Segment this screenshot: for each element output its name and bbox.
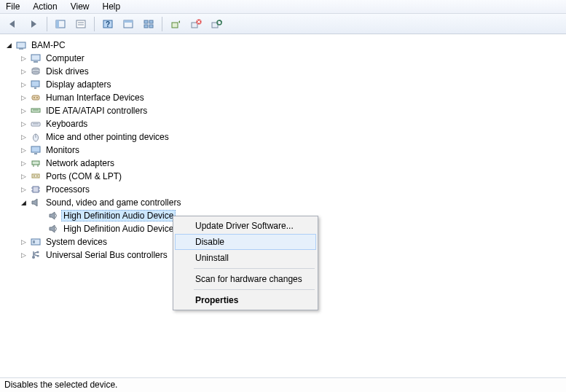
category-icon	[30, 118, 42, 130]
svg-rect-27	[31, 81, 39, 87]
context-menu-item[interactable]: Update Driver Software...	[175, 218, 316, 234]
tree-category-label: Universal Serial Bus controllers	[44, 249, 170, 261]
tree-category[interactable]: ▷ Processors	[3, 183, 563, 196]
svg-rect-38	[31, 146, 40, 152]
computer-icon	[15, 39, 27, 51]
context-menu: Update Driver Software...DisableUninstal…	[173, 216, 318, 310]
toolbar-separator	[162, 17, 162, 31]
device-tree[interactable]: ◢ BAM-PC ▷ Computer ▷ Disk drives ▷ Disp…	[0, 34, 566, 377]
svg-rect-21	[19, 48, 23, 50]
expander-none	[36, 211, 45, 220]
category-icon	[30, 79, 42, 90]
scan-hardware-button[interactable]	[208, 16, 225, 32]
expand-icon[interactable]: ▷	[19, 54, 28, 63]
expand-icon[interactable]: ▷	[19, 67, 28, 76]
collapse-icon[interactable]: ◢	[19, 198, 28, 207]
category-icon	[30, 249, 42, 261]
expand-icon[interactable]: ▷	[19, 133, 28, 141]
menu-file[interactable]: File	[6, 1, 20, 12]
svg-rect-12	[149, 25, 153, 28]
tree-category-label: Disk drives	[44, 66, 91, 77]
expand-icon[interactable]: ▷	[19, 251, 28, 259]
toolbar-separator	[94, 17, 95, 31]
tree-category[interactable]: ▷ Mice and other pointing devices	[3, 130, 563, 144]
svg-rect-40	[32, 161, 39, 165]
context-menu-item[interactable]: Properties	[175, 292, 316, 308]
expand-icon[interactable]: ▷	[19, 172, 28, 181]
svg-point-57	[37, 251, 39, 254]
svg-point-26	[32, 71, 39, 74]
forward-button[interactable]	[25, 16, 42, 32]
category-icon	[30, 52, 42, 64]
menu-help[interactable]: Help	[103, 1, 121, 12]
svg-rect-28	[34, 87, 36, 89]
expand-icon[interactable]: ▷	[19, 93, 28, 102]
svg-rect-13	[172, 23, 178, 28]
category-icon	[30, 144, 42, 156]
collapse-icon[interactable]: ◢	[4, 41, 13, 50]
context-menu-separator	[194, 289, 315, 290]
context-menu-item[interactable]: Uninstall	[175, 250, 316, 266]
tree-category[interactable]: ▷ Ports (COM & LPT)	[3, 170, 563, 183]
tree-category[interactable]: ▷ Display adapters	[3, 78, 563, 91]
expand-icon[interactable]: ▷	[19, 106, 28, 115]
category-icon	[30, 170, 42, 182]
svg-rect-51	[31, 239, 40, 245]
context-menu-item[interactable]: Disable	[175, 234, 316, 250]
svg-rect-1	[56, 20, 59, 28]
menu-action[interactable]: Action	[33, 1, 57, 12]
svg-rect-11	[144, 25, 148, 28]
tree-category-label: System devices	[44, 236, 109, 248]
tree-category[interactable]: ▷ Network adapters	[3, 157, 563, 170]
svg-rect-9	[144, 20, 148, 23]
category-icon	[30, 236, 42, 248]
svg-text:?: ?	[106, 20, 110, 28]
tree-root-label: BAM-PC	[29, 39, 68, 51]
svg-rect-29	[32, 95, 39, 100]
tree-device-label: High Definition Audio Device	[61, 223, 176, 235]
tree-category[interactable]: ▷ IDE ATA/ATAPI controllers	[3, 104, 563, 117]
back-button[interactable]	[4, 16, 22, 32]
properties-button[interactable]	[72, 16, 90, 32]
show-hide-tree-button[interactable]	[52, 16, 69, 32]
expand-icon[interactable]: ▷	[19, 185, 28, 194]
toolbar: ?	[0, 14, 566, 34]
status-text: Disables the selected device.	[4, 380, 117, 390]
tree-category[interactable]: ▷ Monitors	[3, 144, 563, 157]
tree-category-label: Processors	[44, 184, 92, 195]
menubar: File Action View Help	[0, 0, 566, 14]
category-icon	[30, 197, 42, 208]
svg-rect-10	[149, 20, 153, 23]
category-icon	[30, 105, 42, 117]
tree-category[interactable]: ▷ Computer	[3, 52, 563, 65]
tree-category-label: Human Interface Devices	[44, 92, 146, 103]
expand-icon[interactable]: ▷	[19, 159, 28, 168]
expand-icon[interactable]: ▷	[19, 80, 28, 89]
expand-icon[interactable]: ▷	[19, 238, 28, 246]
status-bar: Disables the selected device.	[0, 377, 566, 392]
view-button[interactable]	[140, 16, 157, 32]
context-menu-separator	[194, 268, 315, 269]
tree-category-label: Ports (COM & LPT)	[44, 170, 124, 182]
tree-category[interactable]: ▷ Human Interface Devices	[3, 91, 563, 104]
svg-rect-58	[37, 255, 39, 257]
tree-category[interactable]: ▷ Keyboards	[3, 117, 563, 130]
context-menu-item[interactable]: Scan for hardware changes	[175, 271, 316, 287]
action-button[interactable]	[119, 16, 137, 32]
expander-none	[36, 224, 45, 233]
tree-root[interactable]: ◢ BAM-PC	[3, 39, 563, 52]
help-button[interactable]: ?	[99, 16, 117, 32]
tree-category[interactable]: ◢ Sound, video and game controllers	[3, 196, 563, 209]
tree-category-label: IDE ATA/ATAPI controllers	[44, 105, 149, 117]
expand-icon[interactable]: ▷	[19, 119, 28, 128]
update-driver-button[interactable]	[167, 16, 184, 32]
category-icon	[30, 92, 42, 103]
tree-category[interactable]: ▷ Disk drives	[3, 65, 563, 78]
uninstall-button[interactable]	[187, 16, 205, 32]
tree-category-label: Sound, video and game controllers	[44, 197, 183, 208]
expand-icon[interactable]: ▷	[19, 146, 28, 154]
menu-view[interactable]: View	[71, 1, 90, 12]
svg-point-45	[36, 176, 38, 177]
tree-category-label: Network adapters	[44, 157, 117, 169]
svg-point-53	[32, 256, 35, 259]
